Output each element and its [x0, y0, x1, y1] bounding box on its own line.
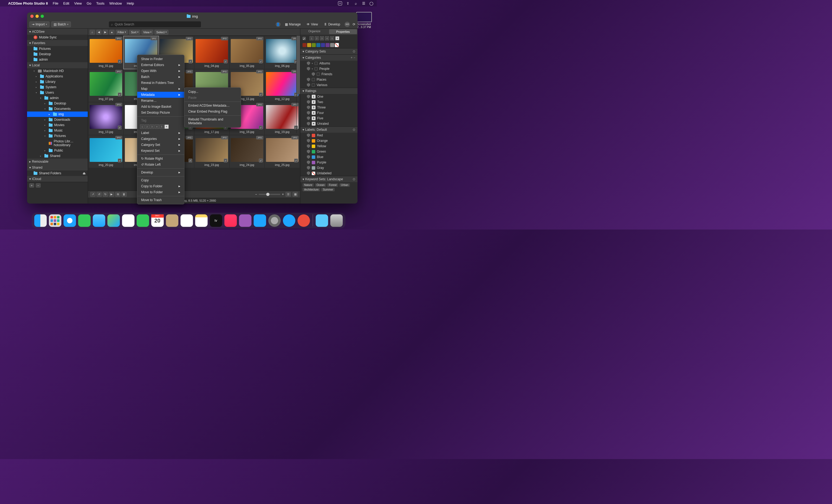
sidebar-item-public[interactable]: ▸Public [27, 148, 88, 153]
tag-1[interactable]: 1 [140, 125, 145, 129]
color-swatch[interactable] [330, 43, 334, 47]
menu-view[interactable]: View [74, 1, 82, 5]
sidebar-item-music[interactable]: ▸Music [27, 128, 88, 133]
dock-mail-icon[interactable] [93, 214, 105, 227]
sidebar-item-admin[interactable]: admin [27, 57, 88, 62]
tag-5[interactable]: 5 [159, 125, 164, 129]
manage-mode-button[interactable]: ▦Manage [283, 21, 302, 27]
gear-icon[interactable]: ⊙ [353, 50, 355, 53]
label-item[interactable]: Blue [301, 154, 358, 160]
dock-messages-icon[interactable] [78, 214, 90, 227]
rating-item[interactable]: 3 Three [301, 105, 358, 110]
keyword-chip[interactable]: Ocean [315, 183, 326, 187]
upload-icon[interactable]: ⇪ [346, 1, 350, 5]
category-item[interactable]: ▾ People [301, 66, 358, 72]
thumb-checkbox[interactable]: ✓ [259, 59, 263, 63]
batch-button[interactable]: ▤ Batch ▾ [51, 21, 71, 27]
dock-finder-icon[interactable] [34, 214, 47, 227]
ctx-set-desktop[interactable]: Set Desktop Picture [137, 110, 184, 115]
color-swatch[interactable] [303, 43, 307, 47]
sidebar-section-shared[interactable]: ▾Shared [27, 165, 88, 170]
dock-tv-icon[interactable]: tv [210, 214, 222, 227]
import-button[interactable]: ⇥ Import ▾ [29, 21, 50, 27]
color-swatch[interactable] [335, 43, 339, 47]
desktop-screenshot-preview[interactable]: Screenshot2...9.37 PM [356, 12, 372, 29]
checkbox[interactable] [312, 83, 315, 87]
thumbnail[interactable]: JPG ✓ img_12.jpg [265, 69, 300, 102]
rating-2-button[interactable]: 2 [315, 36, 319, 40]
sidebar-item-movies[interactable]: ▸Movies [27, 122, 88, 128]
color-swatch[interactable] [307, 43, 311, 47]
dock-appstore-icon[interactable] [254, 214, 266, 227]
section-ratings[interactable]: ▾Ratings [301, 88, 358, 94]
dock-photos-icon[interactable] [122, 214, 134, 227]
thumbnail[interactable]: JPG ✓ img_23.jpg [194, 135, 229, 168]
menu-file[interactable]: File [53, 1, 58, 5]
thumbnail[interactable]: JPG ✓ img_24.jpg [230, 135, 264, 168]
play-button[interactable]: ▶ [109, 192, 114, 197]
keyword-chip[interactable]: Nature [303, 183, 314, 187]
sidebar-item-macintosh-hd[interactable]: ▾Macintosh HD [27, 68, 88, 74]
sidebar-item-pictures[interactable]: Pictures [27, 46, 88, 51]
thumbnail[interactable]: JPG ✓ img_04.jpg [194, 36, 229, 69]
thumb-checkbox[interactable]: ✓ [118, 92, 122, 96]
keyword-chip[interactable]: Urban [339, 183, 350, 187]
section-labels[interactable]: ▾Labels: Default⊙ [301, 127, 358, 133]
ctx-show-in-finder[interactable]: Show in Finder [137, 56, 184, 62]
section-categories[interactable]: ▾Categories+ − [301, 55, 358, 61]
rating-item[interactable]: 2 Two [301, 99, 358, 105]
thumb-checkbox[interactable]: ✓ [259, 92, 263, 96]
external-button[interactable]: ↗ [90, 192, 96, 197]
sidebar-item-shared[interactable]: ▸Shared [27, 153, 88, 159]
ctx-map[interactable]: Map▶ [137, 86, 184, 92]
tag-checkbox[interactable]: ✓ [303, 37, 306, 40]
thumb-checkbox[interactable]: ✓ [294, 159, 298, 162]
add-folder-button[interactable]: + [29, 183, 34, 188]
dock-launchpad-icon[interactable] [49, 214, 61, 227]
label-item[interactable]: Purple [301, 160, 358, 165]
scrollbar[interactable] [296, 36, 300, 133]
keyword-chip[interactable]: Forest [327, 183, 338, 187]
checkbox[interactable] [314, 62, 318, 65]
control-center-icon[interactable]: ☰ [362, 1, 366, 5]
dock-notes-icon[interactable] [195, 214, 207, 227]
back-button[interactable]: ◀ [96, 30, 102, 35]
ctx-copy-to[interactable]: Copy to Folder▶ [137, 183, 184, 189]
sidebar-item-shared-folders[interactable]: Shared Folders⏏ [27, 170, 88, 176]
rating-item[interactable]: 4 Four [301, 110, 358, 115]
select-dropdown[interactable]: Select▾ [154, 30, 168, 35]
category-item[interactable]: ▾ Albums [301, 61, 358, 66]
label-item[interactable]: Unlabeled [301, 170, 358, 176]
tab-properties[interactable]: Properties [329, 29, 357, 34]
sidebar-item-users[interactable]: ▾Users [27, 90, 88, 95]
ctx-keyword-set[interactable]: Keyword Set▶ [137, 148, 184, 154]
sidebar-item-mobile-sync[interactable]: ⟳Mobile Sync [27, 35, 88, 40]
sidebar-item-desktop2[interactable]: ▸Desktop [27, 101, 88, 106]
rating-3-button[interactable]: 3 [320, 36, 324, 40]
color-swatch[interactable] [312, 43, 316, 47]
thumb-checkbox[interactable]: ✓ [118, 159, 122, 162]
sidebar-item-admin-home[interactable]: ▾admin [27, 95, 88, 101]
menu-window[interactable]: Window [109, 1, 122, 5]
view-mode-button[interactable]: 👁View [305, 21, 319, 27]
ctx-categories[interactable]: Categories▶ [137, 136, 184, 142]
menu-tools[interactable]: Tools [96, 1, 104, 5]
ctx-rotate-left[interactable]: ↺ Rotate Left [137, 162, 184, 167]
thumbnail[interactable]: JPG ✓ img_19.jpg [265, 102, 300, 135]
category-item[interactable]: Places [301, 77, 358, 82]
sidebar-item-documents[interactable]: ▾Documents [27, 106, 88, 111]
sidebar-item-applications[interactable]: ▸Applications [27, 74, 88, 79]
sidebar-section-icloud[interactable]: ▾iCloud [27, 176, 88, 182]
tag-3[interactable]: 3 [150, 125, 154, 129]
thumbnail[interactable]: JPG ✓ img_07.jpg [88, 69, 123, 102]
home-button[interactable]: ⌂ [89, 30, 95, 35]
keyword-chip[interactable]: Summer [321, 188, 335, 191]
ctx-trash[interactable]: Move to Trash [137, 197, 184, 203]
365-icon[interactable]: 365 [344, 22, 350, 27]
ctx-develop[interactable]: Develop▶ [137, 169, 184, 176]
ctx-reveal[interactable]: Reveal in Folders Tree [137, 80, 184, 86]
thumbnail[interactable]: JPG ✓ img_20.jpg [88, 135, 123, 168]
keyword-chip[interactable]: Architecture [303, 188, 320, 191]
rotate-right-button[interactable]: ↻ [103, 192, 108, 197]
color-swatch[interactable] [321, 43, 325, 47]
